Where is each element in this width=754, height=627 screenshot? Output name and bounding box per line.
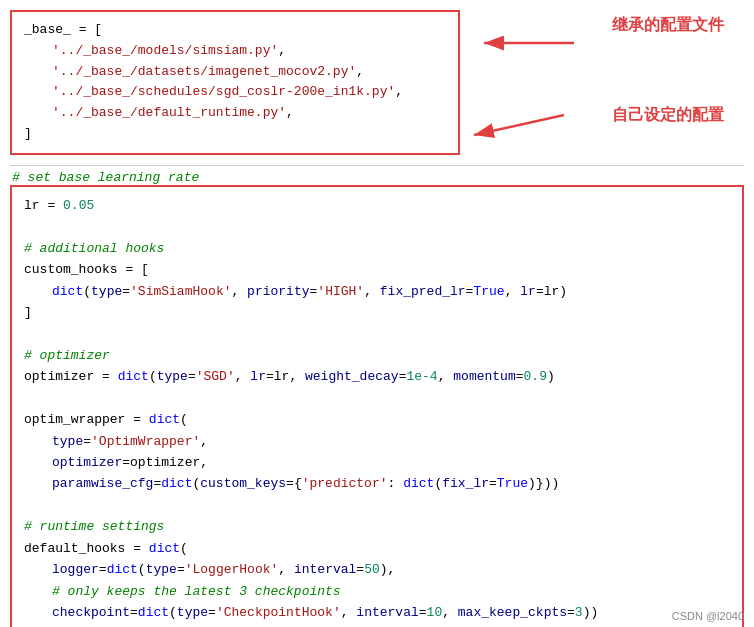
code-line-2: '../_base_/models/simsiam.py', — [24, 41, 446, 62]
optim-type-line: type='OptimWrapper', — [24, 431, 730, 452]
hooks-close: ] — [24, 302, 730, 323]
optim-paramwise-line: paramwise_cfg=dict(custom_keys={'predict… — [24, 473, 730, 494]
lr-line: lr = 0.05 — [24, 195, 730, 216]
hooks-comment: # additional hooks — [24, 238, 730, 259]
blank3 — [24, 388, 730, 409]
code-line-3: '../_base_/datasets/imagenet_mocov2.py', — [24, 62, 446, 83]
runtime-comment: # runtime settings — [24, 516, 730, 537]
dict-hook-line: dict(type='SimSiamHook', priority='HIGH'… — [24, 281, 730, 302]
arrow-custom — [464, 100, 604, 150]
footer: CSDN @l2040 — [672, 610, 744, 622]
code-line-4: '../_base_/schedules/sgd_coslr-200e_in1k… — [24, 82, 446, 103]
optimizer-line: optimizer = dict(type='SGD', lr=lr, weig… — [24, 366, 730, 387]
optim-optimizer-line: optimizer=optimizer, — [24, 452, 730, 473]
code-line-5: '../_base_/default_runtime.py', — [24, 103, 446, 124]
svg-line-3 — [474, 115, 564, 135]
annotation-inherited: 继承的配置文件 — [612, 15, 724, 36]
blank2 — [24, 323, 730, 344]
main-code-box: lr = 0.05 # additional hooks custom_hook… — [10, 185, 744, 627]
optimizer-comment: # optimizer — [24, 345, 730, 366]
blank1 — [24, 216, 730, 237]
top-section: _base_ = [ '../_base_/models/simsiam.py'… — [0, 0, 754, 165]
optim-wrapper-line: optim_wrapper = dict( — [24, 409, 730, 430]
custom-hooks-line: custom_hooks = [ — [24, 259, 730, 280]
checkpoint-line: checkpoint=dict(type='CheckpointHook', i… — [24, 602, 730, 623]
checkpoint-comment: # only keeps the latest 3 checkpoints — [24, 581, 730, 602]
code-line-1: _base_ = [ — [24, 20, 446, 41]
annotation-custom: 自己设定的配置 — [612, 105, 724, 126]
set-lr-comment: # set base learning rate — [0, 166, 754, 185]
page-container: _base_ = [ '../_base_/models/simsiam.py'… — [0, 0, 754, 627]
default-hooks-line: default_hooks = dict( — [24, 538, 730, 559]
arrow-inherited — [474, 18, 614, 68]
logger-line: logger=dict(type='LoggerHook', interval=… — [24, 559, 730, 580]
blank4 — [24, 495, 730, 516]
inherited-config-box: _base_ = [ '../_base_/models/simsiam.py'… — [10, 10, 460, 155]
code-line-6: ] — [24, 124, 446, 145]
